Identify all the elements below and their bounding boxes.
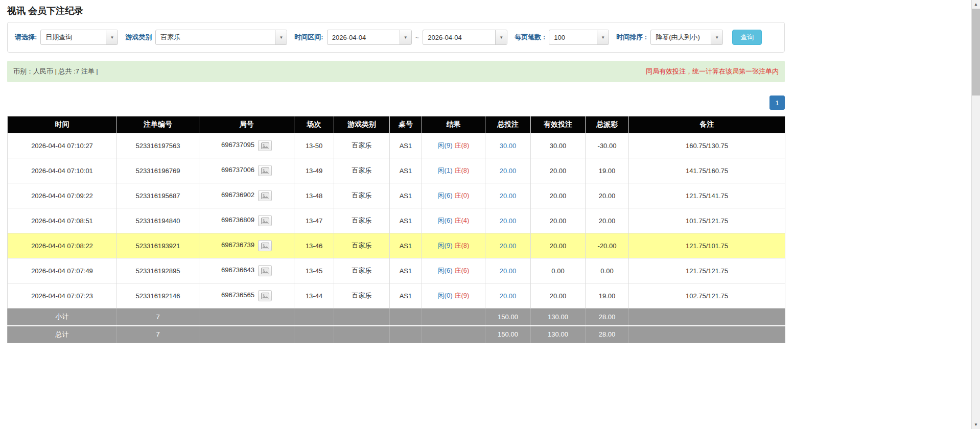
result-banker: 庄(4) <box>455 217 470 224</box>
page-size-value: 100 <box>549 30 597 44</box>
chevron-down-icon[interactable]: ▼ <box>597 30 609 44</box>
date-to-select[interactable]: 2026-04-04 ▼ <box>423 30 507 45</box>
cell-time: 2026-04-04 07:08:51 <box>8 208 117 233</box>
chevron-down-icon[interactable]: ▼ <box>400 30 411 44</box>
cell-total-bet: 20.00 <box>485 283 531 308</box>
cell-table-no: AS1 <box>390 208 422 233</box>
cell-round: 696736809 <box>199 208 294 233</box>
cell-bet-id: 523316197563 <box>117 133 199 158</box>
cell-payout: 20.00 <box>586 208 629 233</box>
header-session: 场次 <box>294 116 334 133</box>
subtotal-label: 小计 <box>8 308 117 326</box>
result-player: 闲(1) <box>438 166 453 174</box>
result-banker: 庄(8) <box>455 166 470 174</box>
sort-order-value: 降幂(由大到小) <box>651 30 711 44</box>
cell-time: 2026-04-04 07:10:01 <box>8 158 117 183</box>
table-row: 2026-04-04 07:08:51 523316194840 6967368… <box>8 208 785 233</box>
round-picture-button[interactable] <box>258 190 272 201</box>
total-bet-link[interactable]: 20.00 <box>500 267 517 275</box>
records-table: 时间 注单编号 局号 场次 游戏类别 桌号 结果 总投注 有效投注 总派彩 备注… <box>7 116 785 343</box>
cell-session: 13-44 <box>294 283 334 308</box>
total-bet-link[interactable]: 20.00 <box>500 292 517 300</box>
cell-round: 696736739 <box>199 233 294 258</box>
total-count: 7 <box>117 326 199 343</box>
round-picture-button[interactable] <box>258 140 272 151</box>
table-row: 2026-04-04 07:07:23 523316192146 6967365… <box>8 283 785 308</box>
total-bet-link[interactable]: 20.00 <box>500 217 517 225</box>
header-row: 时间 注单编号 局号 场次 游戏类别 桌号 结果 总投注 有效投注 总派彩 备注 <box>8 116 785 133</box>
subtotal-empty-cell <box>629 308 785 326</box>
cell-bet-id: 523316194840 <box>117 208 199 233</box>
result-player: 闲(6) <box>438 192 453 199</box>
cell-valid-bet: 20.00 <box>531 158 586 183</box>
cell-session: 13-45 <box>294 258 334 283</box>
chevron-down-icon[interactable]: ▼ <box>495 30 507 44</box>
scrollbar-thumb[interactable] <box>972 9 980 96</box>
total-empty-cell <box>334 326 390 343</box>
page-scrollbar[interactable]: ▲ ▼ <box>971 0 980 429</box>
round-picture-button[interactable] <box>258 290 272 301</box>
header-total-bet: 总投注 <box>485 116 531 133</box>
page-button-1[interactable]: 1 <box>769 96 785 110</box>
cell-note: 101.75/121.75 <box>629 208 785 233</box>
cell-game-type: 百家乐 <box>334 208 390 233</box>
total-valid-bet: 130.00 <box>531 326 586 343</box>
total-empty-cell <box>294 326 334 343</box>
total-bet-link[interactable]: 30.00 <box>500 142 517 150</box>
cell-note: 121.75/141.75 <box>629 183 785 208</box>
round-picture-button[interactable] <box>258 215 272 226</box>
round-picture-button[interactable] <box>258 265 272 276</box>
subtotal-payout: 28.00 <box>586 308 629 326</box>
total-bet-link[interactable]: 20.00 <box>500 242 517 250</box>
cell-payout: -30.00 <box>586 133 629 158</box>
chevron-down-icon[interactable]: ▼ <box>275 30 287 44</box>
cell-bet-id: 523316192146 <box>117 283 199 308</box>
cell-game-type: 百家乐 <box>334 233 390 258</box>
round-number: 696736902 <box>221 191 254 199</box>
total-bet-link[interactable]: 20.00 <box>500 192 517 200</box>
picture-icon <box>261 268 269 274</box>
total-empty-cell <box>390 326 422 343</box>
cell-payout: 19.00 <box>586 283 629 308</box>
cell-table-no: AS1 <box>390 133 422 158</box>
total-bet-link[interactable]: 20.00 <box>500 167 517 175</box>
date-from-select[interactable]: 2026-04-04 ▼ <box>327 30 412 45</box>
chevron-down-icon[interactable]: ▼ <box>106 30 118 44</box>
cell-time: 2026-04-04 07:07:49 <box>8 258 117 283</box>
cell-payout: 20.00 <box>586 183 629 208</box>
cell-bet-id: 523316195687 <box>117 183 199 208</box>
table-row: 2026-04-04 07:07:49 523316192895 6967366… <box>8 258 785 283</box>
chevron-down-icon[interactable]: ▼ <box>711 30 722 44</box>
scroll-down-icon[interactable]: ▼ <box>972 420 980 429</box>
round-picture-button[interactable] <box>258 240 272 251</box>
scroll-up-icon[interactable]: ▲ <box>972 0 980 9</box>
cell-game-type: 百家乐 <box>334 183 390 208</box>
cell-time: 2026-04-04 07:08:22 <box>8 233 117 258</box>
sort-order-select[interactable]: 降幂(由大到小) ▼ <box>650 30 723 45</box>
game-type-select[interactable]: 百家乐 ▼ <box>155 30 287 45</box>
cell-result: 闲(0)庄(9) <box>422 283 485 308</box>
page-size-label: 每页笔数 : <box>515 33 545 42</box>
sort-order-label: 时间排序 : <box>616 33 647 42</box>
cell-note: 121.75/101.75 <box>629 233 785 258</box>
cell-time: 2026-04-04 07:07:23 <box>8 283 117 308</box>
cell-total-bet: 20.00 <box>485 183 531 208</box>
cell-game-type: 百家乐 <box>334 133 390 158</box>
cell-payout: -20.00 <box>586 233 629 258</box>
query-button[interactable]: 查询 <box>732 30 762 45</box>
query-type-select[interactable]: 日期查询 ▼ <box>40 30 118 45</box>
cell-bet-id: 523316192895 <box>117 258 199 283</box>
total-empty-cell <box>422 326 485 343</box>
result-player: 闲(0) <box>438 292 453 299</box>
total-payout: 28.00 <box>586 326 629 343</box>
range-separator: ~ <box>415 34 419 41</box>
cell-session: 13-48 <box>294 183 334 208</box>
header-time: 时间 <box>8 116 117 133</box>
cell-valid-bet: 20.00 <box>531 283 586 308</box>
cell-round: 696737095 <box>199 133 294 158</box>
header-bet-id: 注单编号 <box>117 116 199 133</box>
round-picture-button[interactable] <box>258 165 272 176</box>
result-banker: 庄(8) <box>455 242 470 249</box>
page-size-select[interactable]: 100 ▼ <box>549 30 609 45</box>
header-payout: 总派彩 <box>586 116 629 133</box>
